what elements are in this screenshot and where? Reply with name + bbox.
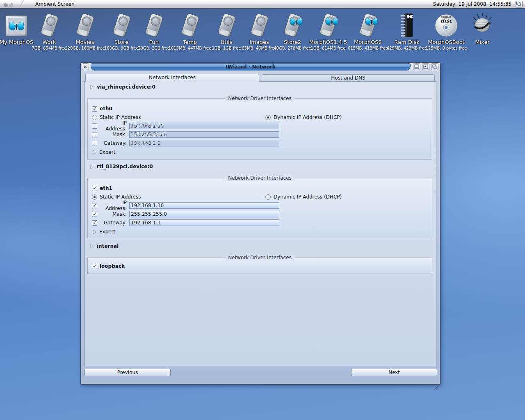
- next-button[interactable]: Next: [351, 369, 437, 376]
- gateway-row: Gateway: 192.168.1.1: [92, 140, 279, 146]
- hard-drive-icon: [108, 12, 135, 39]
- chevron-right-icon[interactable]: [92, 150, 97, 155]
- hard-drive-icon: [213, 12, 240, 39]
- gateway-row: Gateway: 192.168.1.1: [92, 219, 279, 226]
- ip-address-row: IP Address: 192.168.1.10: [92, 202, 279, 209]
- eth0-dhcp-radio[interactable]: [265, 115, 271, 120]
- zoom-window-icon: [423, 64, 428, 69]
- eth0-mask-field: 255.255.255.0: [129, 131, 279, 138]
- eth1-ip-checkbox[interactable]: [92, 203, 97, 208]
- desktop-icon-info: 615MB, 413MB free: [345, 46, 390, 50]
- tab-label: Network Interfaces: [149, 75, 196, 80]
- desktop-icon-ram-disk[interactable]: Ram Disk 429MB, 429MB free: [384, 12, 429, 50]
- desktop-icon-morphos2[interactable]: MorphOS2 615MB, 413MB free: [345, 12, 390, 50]
- zoom-button[interactable]: [422, 63, 429, 70]
- expert-label[interactable]: Expert: [99, 229, 115, 235]
- iconify-icon: [414, 64, 419, 69]
- eth1-ip-field[interactable]: 192.168.1.10: [129, 202, 279, 209]
- depth-button[interactable]: [431, 63, 438, 70]
- static-label: Static IP Address: [100, 194, 141, 200]
- desktop-icon-label: MorphOS2: [345, 39, 390, 45]
- iconify-button[interactable]: [413, 63, 420, 70]
- desktop-icon-label: Ram Disk: [384, 39, 429, 45]
- depth-icon: [432, 64, 437, 69]
- field-label: Mask:: [100, 211, 127, 217]
- group-eth0: Network Driver Interfaces eth0 Static IP…: [87, 98, 432, 160]
- hard-drive-icon: [246, 12, 272, 39]
- field-label: Gateway:: [100, 140, 127, 146]
- eth1-dhcp-radio[interactable]: [265, 194, 271, 200]
- eth0-ip-checkbox: [92, 123, 97, 129]
- ram-chip-icon: [394, 12, 420, 39]
- eth0-ip-field: 192.168.1.10: [129, 123, 279, 129]
- hard-drive-butterfly-icon: [315, 12, 341, 39]
- hard-drive-butterfly-icon: [279, 12, 306, 39]
- interface-name: loopback: [100, 263, 125, 269]
- chevron-right-icon[interactable]: [92, 229, 97, 235]
- ip-address-row: IP Address: 192.168.1.10: [92, 123, 279, 129]
- interface-row: eth0: [92, 105, 112, 112]
- desktop-icon-info: 429MB, 429MB free: [384, 46, 429, 50]
- screens-cycle-icon: [516, 1, 521, 6]
- screen-menubar[interactable]: Ambient Screen Saturday, 19 Jul 2008, 14…: [0, 0, 525, 9]
- field-label: Mask:: [100, 132, 127, 137]
- expert-row: Expert: [92, 149, 115, 155]
- interface-name: eth0: [100, 106, 112, 112]
- device-name: rtl_8139pci.device:0: [97, 164, 153, 169]
- loopback-enable-checkbox[interactable]: [92, 264, 97, 269]
- dhcp-label: Dynamic IP Address (DHCP): [274, 114, 342, 120]
- window-title: IWizard · Network: [91, 64, 410, 70]
- eth1-gateway-field[interactable]: 192.168.1.1: [129, 219, 279, 226]
- close-button[interactable]: [82, 63, 89, 70]
- wizard-page: via_rhinepci.device:0 Network Driver Int…: [84, 81, 436, 366]
- eth0-enable-checkbox[interactable]: [92, 106, 97, 112]
- device-name: via_rhinepci.device:0: [97, 84, 155, 90]
- field-label: Gateway:: [100, 220, 127, 226]
- clock: Saturday, 19 Jul 2008, 14:55:35: [433, 1, 511, 7]
- hard-drive-butterfly-icon: [355, 12, 381, 39]
- tab-network-interfaces[interactable]: Network Interfaces: [85, 74, 259, 82]
- titlebar-drag-area[interactable]: IWizard · Network: [91, 63, 411, 71]
- previous-button[interactable]: Previous: [84, 369, 171, 376]
- mode-row: Static IP Address Dynamic IP Address (DH…: [92, 194, 428, 200]
- chevron-right-icon: [89, 164, 94, 169]
- window-body: Network Interfaces Host and DNS via_rhin…: [82, 71, 439, 383]
- expander-internal[interactable]: internal: [89, 243, 119, 249]
- eth1-mask-field[interactable]: 255.255.255.0: [129, 211, 279, 217]
- static-label: Static IP Address: [100, 114, 141, 120]
- expert-row: Expert: [92, 228, 115, 235]
- screen-title: Ambient Screen: [35, 1, 75, 7]
- group-eth1: Network Driver Interfaces eth1 Static IP…: [87, 178, 432, 239]
- glass-cube-butterfly-icon: [3, 12, 30, 39]
- expert-label[interactable]: Expert: [99, 149, 115, 155]
- screen-depth-gadget[interactable]: [516, 1, 523, 7]
- mixer-knob-icon: [469, 12, 495, 39]
- eth1-enable-checkbox[interactable]: [92, 186, 97, 191]
- field-label: IP Address:: [100, 200, 127, 211]
- chevron-right-icon: [89, 244, 94, 249]
- eth0-gateway-checkbox: [92, 141, 97, 146]
- desktop-icon-mixer[interactable]: Mixer: [460, 12, 505, 46]
- eth0-static-radio[interactable]: [92, 115, 97, 120]
- group-loopback: Network Driver Interfaces loopback: [87, 258, 432, 274]
- eth1-gateway-checkbox[interactable]: [92, 220, 97, 226]
- mode-row: Static IP Address Dynamic IP Address (DH…: [92, 114, 428, 121]
- eth1-static-radio[interactable]: [92, 194, 97, 200]
- morphos-butterfly-logo-icon: [2, 0, 16, 8]
- tab-label: Host and DNS: [331, 75, 365, 81]
- field-label: IP Address:: [100, 120, 127, 132]
- group-title: Network Driver Interfaces: [225, 255, 294, 260]
- expander-rtl-8139pci[interactable]: rtl_8139pci.device:0: [89, 164, 153, 169]
- chevron-right-icon: [89, 84, 94, 90]
- resize-handle[interactable]: [433, 385, 439, 390]
- group-title: Network Driver Interfaces: [225, 96, 294, 101]
- eth0-mask-checkbox: [92, 132, 97, 137]
- close-icon: [83, 65, 87, 69]
- iwizard-window: IWizard · Network Network Interfaces: [80, 62, 441, 385]
- eth1-mask-checkbox[interactable]: [92, 212, 97, 217]
- mask-row: Mask: 255.255.255.0: [92, 131, 279, 138]
- cd-disc-icon: [433, 12, 459, 39]
- expander-via-rhinepci[interactable]: via_rhinepci.device:0: [89, 84, 155, 90]
- interface-row: loopback: [92, 263, 125, 269]
- window-titlebar[interactable]: IWizard · Network: [81, 63, 440, 71]
